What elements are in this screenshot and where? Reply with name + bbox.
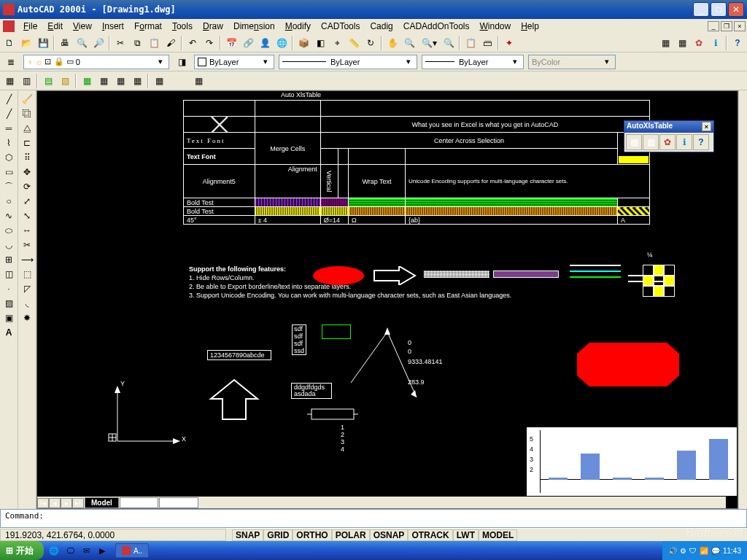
tb3-8-icon[interactable]: ▦ (129, 73, 145, 89)
mode-model[interactable]: MODEL (479, 529, 517, 541)
mdi-close[interactable]: × (734, 21, 746, 31)
menu-draw[interactable]: Draw (198, 20, 228, 32)
layermgr-icon[interactable]: ≣ (3, 54, 19, 70)
offset-icon[interactable]: ⊏ (19, 136, 35, 150)
print-icon[interactable]: 🖶 (57, 35, 73, 51)
snap-icon[interactable]: ◧ (312, 35, 328, 51)
xline-icon[interactable]: ╱ (1, 106, 17, 121)
lineweight-dropdown[interactable]: ByLayer ▾ (422, 55, 524, 69)
mdi-minimize[interactable]: _ (708, 21, 719, 31)
tab-last-icon[interactable]: ▸I (72, 498, 84, 508)
menu-view[interactable]: View (69, 20, 96, 32)
tb3-2-icon[interactable]: ▥ (18, 73, 34, 89)
today-icon[interactable]: 📅 (223, 35, 239, 51)
matchprop-icon[interactable]: 🖌 (163, 35, 179, 51)
arc-icon[interactable]: ⌒ (1, 179, 17, 194)
drawing-canvas[interactable]: Auto XlsTable What you see in Excel is w… (36, 90, 738, 509)
ql-mail-icon[interactable]: ✉ (79, 543, 93, 558)
dbconnect-icon[interactable]: 🗃 (479, 35, 495, 51)
open-icon[interactable]: 📂 (18, 35, 34, 51)
help-icon[interactable]: ? (729, 35, 746, 51)
mode-lwt[interactable]: LWT (453, 529, 479, 541)
xlstable-4-icon[interactable]: ℹ (708, 35, 724, 51)
menu-modify[interactable]: Modify (281, 20, 315, 32)
command-line[interactable]: Command: (0, 509, 747, 528)
xlstable-2-icon[interactable]: ▦ (674, 35, 690, 51)
stretch-icon[interactable]: ⤡ (19, 209, 35, 223)
xls-about-icon[interactable]: ℹ (676, 134, 692, 150)
xls-help-icon[interactable]: ? (693, 134, 709, 150)
tray-clock[interactable]: 11:43 (723, 547, 741, 555)
block-icon[interactable]: ◫ (1, 267, 17, 281)
zoomrt-icon[interactable]: 🔍 (401, 35, 417, 51)
mode-polar[interactable]: POLAR (332, 529, 370, 541)
ql-desktop-icon[interactable]: 🖵 (63, 543, 77, 558)
pline-icon[interactable]: ⌇ (1, 136, 17, 150)
close-button[interactable]: ✕ (728, 2, 744, 17)
linetype-dropdown[interactable]: ByLayer ▾ (279, 55, 417, 69)
mode-ortho[interactable]: ORTHO (293, 529, 331, 541)
find-icon[interactable]: 🔎 (90, 35, 107, 51)
xlstable-3-icon[interactable]: ✿ (691, 35, 707, 51)
layer-dropdown[interactable]: ♀ ☼ ⊡ 🔒 ▭ 0 ▾ (23, 55, 169, 69)
menu-file[interactable]: File (19, 20, 42, 32)
chamfer-icon[interactable]: ◸ (19, 281, 35, 296)
tray-4-icon[interactable]: 📶 (700, 547, 708, 555)
dist-icon[interactable]: 📏 (346, 35, 362, 51)
menu-edit[interactable]: Edit (43, 20, 67, 32)
zoomwin-icon[interactable]: 🔍▾ (418, 35, 440, 51)
cadig-icon[interactable]: ✦ (501, 35, 517, 51)
tray-1-icon[interactable]: 🔊 (668, 547, 677, 555)
undo-icon[interactable]: ↶ (185, 35, 201, 51)
tb3-4-icon[interactable]: ▧ (57, 73, 73, 89)
circle-icon[interactable]: ○ (1, 194, 17, 209)
tray-2-icon[interactable]: ⚙ (680, 547, 686, 555)
color-dropdown[interactable]: ByLayer ▾ (194, 55, 274, 69)
tb3-1-icon[interactable]: ▦ (1, 73, 18, 89)
menu-cadtools[interactable]: CADTools (317, 20, 364, 32)
hatch-icon[interactable]: ▨ (1, 296, 17, 311)
menu-tools[interactable]: Tools (168, 20, 197, 32)
tab-layout2[interactable]: Layout2 (159, 497, 198, 508)
menu-window[interactable]: Window (475, 20, 515, 32)
menu-dimension[interactable]: Dimension (229, 20, 279, 32)
ql-media-icon[interactable]: ▶ (95, 543, 109, 558)
copy2-icon[interactable]: ⿻ (19, 106, 35, 121)
publish-icon[interactable]: 🌐 (274, 35, 290, 51)
rotate-icon[interactable]: ⟳ (19, 179, 35, 194)
tab-next-icon[interactable]: ▸ (61, 498, 72, 508)
tb3-5-icon[interactable]: ▦ (79, 73, 95, 89)
xlstable-1-icon[interactable]: ▦ (657, 35, 673, 51)
autoxlstable-toolbox[interactable]: AutoXlsTable × ▦ ▦ ✿ ℹ ? (624, 120, 714, 152)
zoomprev-icon[interactable]: 🔍 (441, 35, 457, 51)
tb3-10-icon[interactable]: ▦ (190, 73, 206, 89)
xls-create-icon[interactable]: ▦ (626, 134, 642, 150)
rect-icon[interactable]: ▭ (1, 165, 17, 179)
explode-icon[interactable]: ✸ (19, 311, 35, 325)
insert-icon[interactable]: ⊞ (1, 252, 17, 267)
tab-first-icon[interactable]: I◂ (37, 498, 49, 508)
array-icon[interactable]: ⠿ (19, 150, 35, 165)
minimize-button[interactable]: _ (693, 2, 709, 17)
autodesk-icon[interactable]: 🔗 (240, 35, 256, 51)
new-icon[interactable]: 🗋 (1, 35, 18, 51)
right-scrollbar[interactable] (738, 90, 747, 509)
break-icon[interactable]: ⬚ (19, 267, 35, 281)
tb3-7-icon[interactable]: ▦ (112, 73, 128, 89)
preview-icon[interactable]: 🔍 (74, 35, 90, 51)
menu-format[interactable]: Format (130, 20, 166, 32)
toolbox-close-icon[interactable]: × (702, 122, 711, 131)
region-icon[interactable]: ▣ (1, 311, 17, 325)
point-icon[interactable]: · (1, 281, 17, 296)
scale-icon[interactable]: ⤢ (19, 194, 35, 209)
layerprev-icon[interactable]: ◨ (174, 54, 190, 70)
mode-osnap[interactable]: OSNAP (370, 529, 409, 541)
tb3-3-icon[interactable]: ▤ (40, 73, 56, 89)
cut-icon[interactable]: ✂ (112, 35, 128, 51)
spline-icon[interactable]: ∿ (1, 209, 17, 223)
fillet-icon[interactable]: ◟ (19, 296, 35, 311)
copy-icon[interactable]: ⧉ (129, 35, 145, 51)
pan-icon[interactable]: ✋ (384, 35, 400, 51)
tray-3-icon[interactable]: 🛡 (689, 547, 697, 555)
tab-layout1[interactable]: Layout1 (120, 497, 159, 508)
